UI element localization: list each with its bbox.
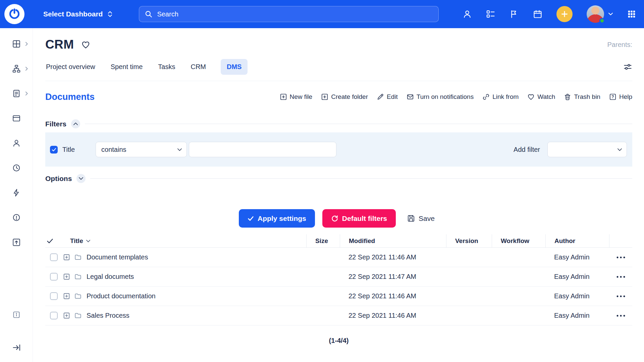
sidebar-item-tasks[interactable]	[0, 85, 33, 102]
row-author-link[interactable]: Easy Admin	[545, 248, 609, 267]
sort-by-title[interactable]: Title	[70, 237, 90, 245]
parents-label: Parents:	[607, 41, 632, 49]
row-menu-ellipsis-icon[interactable]	[616, 295, 626, 298]
title-filter-label: Title	[62, 146, 75, 154]
user-icon[interactable]	[463, 9, 472, 19]
check-icon	[248, 216, 254, 221]
sidebar-item-hierarchy[interactable]	[0, 60, 33, 77]
help-label: Help	[619, 93, 632, 101]
dashboard-selector-label: Select Dashboard	[43, 10, 103, 18]
row-checkbox[interactable]	[50, 273, 58, 281]
add-filter-select[interactable]	[547, 142, 627, 157]
watch-button[interactable]: Watch	[527, 93, 555, 101]
save-button[interactable]: Save	[403, 209, 439, 228]
dashboard-selector[interactable]: Select Dashboard	[43, 10, 113, 18]
row-author-link[interactable]: Easy Admin	[545, 267, 609, 286]
check-icon	[52, 148, 56, 152]
search-icon	[145, 10, 153, 18]
chevron-down-icon[interactable]	[608, 12, 613, 16]
search-input[interactable]	[157, 10, 433, 18]
row-menu-ellipsis-icon[interactable]	[616, 256, 626, 259]
tab-tasks[interactable]: Tasks	[157, 59, 176, 75]
sort-caret-icon	[86, 240, 90, 242]
notifications-button[interactable]: Turn on notifications	[407, 93, 474, 101]
edit-button[interactable]: Edit	[377, 93, 398, 101]
tab-project-overview[interactable]: Project overview	[45, 59, 96, 75]
row-menu-ellipsis-icon[interactable]	[616, 276, 626, 278]
title-filter-checkbox[interactable]	[50, 146, 58, 154]
sidebar-item-activity[interactable]	[0, 184, 33, 201]
sidebar-item-panels[interactable]	[0, 110, 33, 127]
expand-plus-icon[interactable]	[63, 312, 70, 319]
row-menu-ellipsis-icon[interactable]	[616, 314, 626, 317]
sidebar-item-modules[interactable]	[0, 36, 33, 52]
row-workflow	[492, 306, 545, 325]
options-expand-button[interactable]	[76, 174, 86, 183]
row-checkbox[interactable]	[50, 312, 58, 319]
document-folder-link[interactable]: Document templates	[87, 253, 148, 261]
sidebar-item-info[interactable]	[0, 306, 33, 323]
new-file-button[interactable]: New file	[280, 93, 313, 101]
sidebar-item-users[interactable]	[0, 135, 33, 152]
sidebar-item-alerts[interactable]	[0, 209, 33, 226]
filters-collapse-button[interactable]	[71, 119, 80, 128]
row-workflow	[492, 287, 545, 306]
row-workflow	[492, 248, 545, 267]
sidebar-item-updates[interactable]	[0, 234, 33, 251]
row-checkbox[interactable]	[50, 253, 58, 261]
row-version	[446, 287, 492, 306]
select-all-check-icon[interactable]	[47, 238, 53, 244]
favorite-heart-icon[interactable]	[81, 40, 90, 49]
person-icon	[12, 139, 21, 147]
title-filter-input[interactable]	[189, 142, 336, 157]
avatar[interactable]	[587, 5, 604, 23]
add-button[interactable]	[556, 6, 573, 22]
tab-crm[interactable]: CRM	[190, 59, 207, 75]
folder-icon	[74, 253, 82, 261]
pagination-label: (1-4/4)	[45, 337, 632, 345]
row-title-cell: Document templates	[45, 248, 306, 267]
folder-icon	[74, 292, 82, 300]
document-folder-link[interactable]: Product documentation	[87, 292, 156, 300]
sidebar-collapse-toggle[interactable]	[0, 339, 33, 356]
main-content: CRM Parents: Project overview Spent time…	[33, 28, 644, 362]
tab-spent-time[interactable]: Spent time	[110, 59, 144, 75]
link-from-button[interactable]: Link from	[482, 93, 519, 101]
folder-icon	[74, 273, 82, 281]
row-actions-cell	[609, 287, 632, 306]
document-folder-link[interactable]: Legal documets	[87, 273, 134, 281]
operator-select[interactable]: contains	[96, 142, 187, 157]
app-logo[interactable]	[4, 4, 24, 24]
page-header: CRM Parents:	[45, 28, 632, 52]
row-checkbox[interactable]	[50, 292, 58, 300]
save-label: Save	[419, 215, 435, 223]
checklist-icon[interactable]	[486, 9, 495, 19]
chevron-down-icon	[177, 148, 182, 151]
tab-dms[interactable]: DMS	[221, 59, 248, 75]
sidebar-spacer	[0, 259, 33, 306]
calendar-icon[interactable]	[533, 9, 542, 19]
create-folder-button[interactable]: Create folder	[321, 93, 368, 101]
modules-icon	[12, 40, 21, 48]
row-actions-cell	[609, 306, 632, 325]
expand-plus-icon[interactable]	[63, 254, 70, 261]
help-button[interactable]: ? Help	[609, 93, 632, 101]
topbar: Select Dashboard	[0, 0, 644, 28]
adjust-settings-icon[interactable]	[623, 62, 632, 71]
search-bar[interactable]	[139, 6, 439, 22]
row-author-link[interactable]: Easy Admin	[545, 287, 609, 306]
heart-icon	[527, 93, 535, 101]
apps-grid-icon[interactable]	[627, 10, 636, 18]
expand-plus-icon[interactable]	[63, 273, 70, 280]
chevron-right-icon	[25, 92, 28, 96]
apply-settings-button[interactable]: Apply settings	[239, 209, 315, 228]
options-heading: Options	[45, 175, 72, 183]
default-filters-button[interactable]: Default filters	[322, 209, 396, 228]
row-author-link[interactable]: Easy Admin	[545, 306, 609, 325]
flag-icon[interactable]	[509, 9, 519, 19]
expand-plus-icon[interactable]	[63, 293, 70, 300]
document-folder-link[interactable]: Sales Process	[87, 312, 129, 319]
trash-bin-button[interactable]: Trash bin	[564, 93, 600, 101]
sidebar-item-time[interactable]	[0, 160, 33, 176]
pencil-icon	[377, 93, 384, 101]
